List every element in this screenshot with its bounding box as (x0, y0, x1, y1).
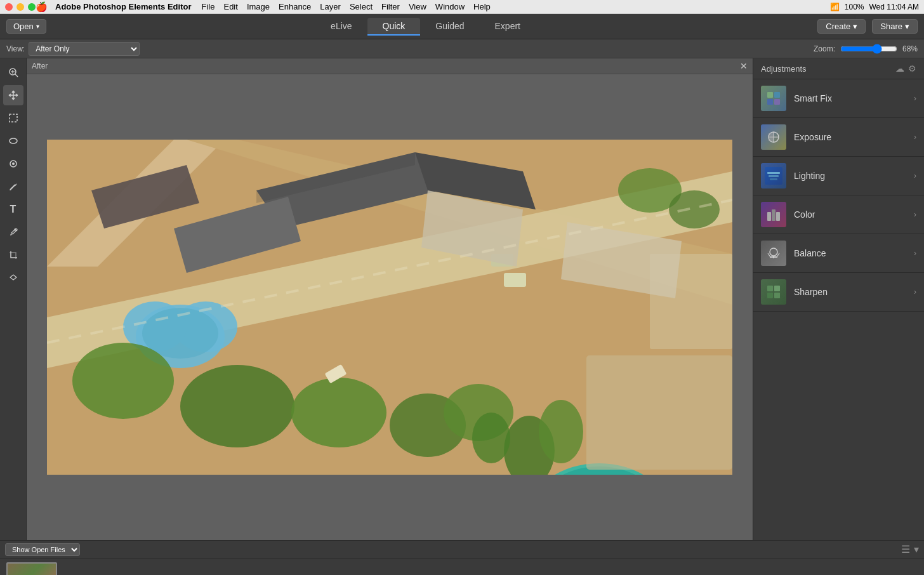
svg-point-19 (180, 365, 294, 447)
move-tool-button[interactable] (3, 85, 23, 105)
svg-rect-63 (767, 293, 773, 298)
sharpen-icon (761, 279, 786, 305)
apple-icon[interactable]: 🍎 (36, 1, 48, 13)
color-expand-icon: › (914, 210, 916, 219)
filmstrip-expand-icon[interactable]: ▾ (914, 543, 919, 555)
color-label: Color (794, 209, 914, 220)
svg-rect-50 (767, 172, 780, 174)
menu-enhance[interactable]: Enhance (279, 2, 311, 11)
filmstrip-thumbnail[interactable] (6, 562, 57, 575)
smart-fix-expand-icon: › (914, 94, 916, 103)
battery-level: 100% (845, 3, 864, 11)
sharpen-expand-icon: › (914, 288, 916, 296)
left-toolbar: T (0, 58, 27, 540)
svg-point-18 (72, 343, 174, 419)
balance-label: Balance (794, 248, 914, 258)
share-arrow-icon: ▾ (905, 22, 909, 31)
smart-fix-label: Smart Fix (794, 93, 914, 103)
balance-expand-icon: › (914, 249, 916, 258)
brush-tool-button[interactable] (3, 176, 23, 197)
lighting-label: Lighting (794, 171, 914, 181)
zoom-tool-button[interactable] (3, 62, 23, 83)
sharpen-item[interactable]: Sharpen › (753, 273, 924, 312)
text-tool-icon: T (10, 204, 16, 215)
svg-point-56 (770, 248, 777, 256)
selection-tool-button[interactable] (3, 108, 23, 128)
maximize-window-button[interactable] (28, 3, 36, 11)
svg-rect-51 (769, 175, 779, 177)
tab-guided[interactable]: Guided (420, 18, 479, 36)
balance-item[interactable]: Balance › (753, 234, 924, 273)
crop-tool-button[interactable] (3, 245, 23, 265)
menubar-items: File Edit Image Enhance Layer Select Fil… (202, 2, 830, 11)
lighting-item[interactable]: Lighting › (753, 157, 924, 195)
top-right-buttons: Create ▾ Share ▾ (817, 19, 918, 34)
svg-rect-31 (504, 273, 526, 287)
svg-line-1 (15, 74, 18, 77)
tab-elive[interactable]: eLive (315, 18, 367, 36)
view-row: View: After Only Before Only Before & Af… (0, 39, 924, 58)
close-window-button[interactable] (5, 3, 13, 11)
create-button[interactable]: Create ▾ (817, 19, 866, 34)
svg-rect-4 (10, 114, 17, 122)
transform-tool-button[interactable] (3, 268, 23, 288)
filmstrip-selector[interactable]: Show Open Files Show Albums Show Folders (5, 543, 80, 556)
wifi-icon: 📶 (830, 3, 840, 11)
panel-header: Adjustments ☁ ⚙ (753, 58, 924, 79)
app-name: Adobe Photoshop Elements Editor (55, 2, 192, 11)
zoom-slider[interactable] (840, 44, 897, 54)
canvas-image-container[interactable] (27, 74, 753, 540)
menu-help[interactable]: Help (473, 2, 491, 11)
svg-point-25 (472, 413, 510, 463)
menu-layer[interactable]: Layer (320, 2, 341, 11)
right-panel: Adjustments ☁ ⚙ Smart Fix › Exposure › (753, 58, 924, 540)
minimize-window-button[interactable] (16, 3, 24, 11)
menu-select[interactable]: Select (350, 2, 373, 11)
after-label: After (32, 62, 48, 70)
lighting-icon (761, 163, 786, 188)
menu-window[interactable]: Window (435, 2, 465, 11)
color-icon (761, 202, 786, 227)
svg-point-5 (10, 138, 17, 143)
svg-rect-64 (774, 293, 780, 298)
eyedropper-tool-button[interactable] (3, 222, 23, 242)
tab-quick[interactable]: Quick (367, 18, 421, 36)
color-item[interactable]: Color › (753, 195, 924, 234)
quick-selection-button[interactable] (3, 154, 23, 174)
sharpen-label: Sharpen (794, 287, 914, 297)
svg-rect-52 (770, 178, 777, 180)
menu-image[interactable]: Image (247, 2, 270, 11)
svg-point-7 (12, 162, 15, 165)
smart-fix-item[interactable]: Smart Fix › (753, 79, 924, 118)
settings-icon[interactable]: ⚙ (908, 63, 916, 74)
lasso-tool-button[interactable] (3, 131, 23, 151)
menu-filter[interactable]: Filter (381, 2, 400, 11)
canvas-close-button[interactable]: ✕ (740, 61, 748, 71)
aerial-photo (47, 140, 732, 475)
exposure-item[interactable]: Exposure › (753, 118, 924, 157)
view-label: View: (6, 44, 25, 53)
panel-header-icons: ☁ ⚙ (895, 63, 916, 74)
thumbnail-image (8, 564, 56, 575)
open-label: Open (13, 22, 34, 31)
svg-point-40 (669, 190, 720, 228)
svg-rect-44 (774, 92, 780, 98)
tab-expert[interactable]: Expert (480, 18, 536, 36)
menu-view[interactable]: View (409, 2, 426, 11)
open-arrow-icon: ▾ (36, 23, 39, 30)
view-selector[interactable]: After Only Before Only Before & After - … (29, 42, 140, 56)
filmstrip-list-icon[interactable]: ☰ (901, 543, 910, 555)
open-button[interactable]: Open ▾ (6, 19, 46, 34)
top-toolbar: Open ▾ eLive Quick Guided Expert Create … (0, 14, 924, 39)
canvas-header: After ✕ (27, 58, 753, 74)
menu-edit[interactable]: Edit (223, 2, 237, 11)
text-tool-button[interactable]: T (3, 199, 23, 220)
create-arrow-icon: ▾ (853, 22, 857, 31)
share-button[interactable]: Share ▾ (872, 19, 918, 34)
svg-rect-43 (767, 92, 773, 98)
filmstrip-icons: ☰ ▾ (901, 543, 919, 555)
svg-rect-54 (772, 209, 776, 221)
menu-file[interactable]: File (202, 2, 215, 11)
svg-rect-46 (774, 99, 780, 105)
cloud-icon[interactable]: ☁ (895, 63, 904, 74)
